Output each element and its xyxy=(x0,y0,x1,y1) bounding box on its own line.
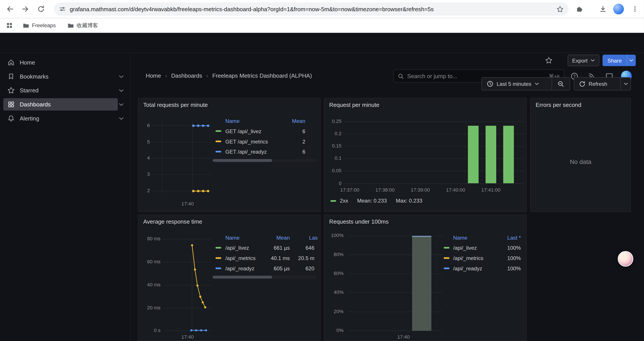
series-name[interactable]: /api/_readyz xyxy=(453,263,482,274)
series-name[interactable]: /api/_livez xyxy=(225,243,249,253)
kebab-menu-icon xyxy=(632,6,638,12)
reload-button[interactable] xyxy=(35,3,47,15)
reload-icon xyxy=(37,5,45,13)
site-info-icon[interactable] xyxy=(59,6,66,12)
url-input[interactable] xyxy=(70,6,552,12)
series-name[interactable]: GET /api/_readyz xyxy=(225,147,267,157)
scrollbar-thumb[interactable] xyxy=(212,276,272,278)
share-button-group: Share xyxy=(602,55,636,66)
bookmark-folder-freeleaps[interactable]: Freeleaps xyxy=(19,21,60,30)
scrollbar-thumb[interactable] xyxy=(212,159,272,162)
no-data-message: No data xyxy=(531,158,630,165)
series-mean: 6 xyxy=(302,126,306,137)
chevron-down-icon[interactable] xyxy=(118,75,124,78)
panel-average-response-time: Average response time 80 ms 60 ms 40 ms … xyxy=(138,214,320,341)
bookmark-label: Freeleaps xyxy=(32,22,56,28)
series-color-swatch xyxy=(444,267,449,269)
favorite-dashboard-button[interactable] xyxy=(545,57,552,66)
panel-title[interactable]: Request per minute xyxy=(329,102,380,108)
browser-profile-avatar[interactable] xyxy=(613,4,624,15)
bookmarks-bar: Freeleaps 收藏博客 xyxy=(0,18,644,33)
legend-column-mean[interactable]: Mean xyxy=(292,116,305,126)
folder-icon xyxy=(22,22,29,29)
panel-title[interactable]: Requests under 100ms xyxy=(329,218,389,225)
chevron-down-icon[interactable] xyxy=(118,117,124,120)
series-last: 20.5 m xyxy=(298,253,314,263)
bar-chart xyxy=(347,234,442,334)
breadcrumb: Home › Dashboards › Freeleaps Metrics Da… xyxy=(146,72,312,79)
bookmark-folder-blogs[interactable]: 收藏博客 xyxy=(64,20,102,31)
star-icon xyxy=(545,57,552,64)
series-color-swatch xyxy=(330,200,336,201)
floating-avatar-button[interactable] xyxy=(618,251,633,267)
browser-window: Freeleaps 收藏博客 Grafana Home › Dashboards… xyxy=(0,0,644,341)
sidebar-item-alerting[interactable]: Alerting xyxy=(3,112,118,124)
series-name[interactable]: /api/_metrics xyxy=(453,253,483,263)
share-button[interactable]: Share xyxy=(602,55,627,66)
timeseries-chart xyxy=(163,237,211,334)
panel-title[interactable]: Errors per second xyxy=(536,102,581,108)
apps-shortcut-button[interactable] xyxy=(4,22,15,29)
legend-column-mean[interactable]: Mean xyxy=(276,233,290,243)
legend-column-name[interactable]: Name xyxy=(225,233,240,243)
breadcrumb-separator: › xyxy=(206,72,208,79)
breadcrumb-home[interactable]: Home xyxy=(146,72,161,79)
clock-icon xyxy=(487,81,494,87)
series-color-swatch xyxy=(444,247,449,248)
legend-scrollbar[interactable] xyxy=(212,276,317,278)
panel-title[interactable]: Total requests per minute xyxy=(143,102,208,108)
panel-title[interactable]: Average response time xyxy=(143,218,202,225)
legend-column-last[interactable]: Last * xyxy=(507,233,521,243)
chevron-down-icon[interactable] xyxy=(118,103,124,106)
downloads-button[interactable] xyxy=(597,3,608,15)
sidebar-item-bookmarks[interactable]: Bookmarks xyxy=(3,70,118,83)
browser-menu-button[interactable] xyxy=(629,3,641,15)
forward-button[interactable] xyxy=(20,3,31,15)
refresh-group: Refresh xyxy=(574,77,631,90)
extensions-button[interactable] xyxy=(574,3,585,15)
mega-menu: Home Bookmarks Starred Dashboards xyxy=(0,53,130,341)
bar-chart xyxy=(344,119,524,187)
legend-row: GET /api/_livez 6 xyxy=(212,126,317,137)
legend-table: Name Last * /api/_livez 100% /api/_metri… xyxy=(444,233,522,280)
series-color-swatch xyxy=(216,267,221,269)
apps-grid-icon xyxy=(6,22,13,29)
time-picker-group: Last 5 minutes xyxy=(481,77,570,90)
sidebar-item-starred[interactable]: Starred xyxy=(3,84,118,97)
breadcrumb-dashboards[interactable]: Dashboards xyxy=(171,72,202,79)
back-button[interactable] xyxy=(4,3,16,15)
zoom-out-time-button[interactable] xyxy=(552,78,570,90)
legend-row: GET /api/_metrics 2 xyxy=(212,137,317,147)
legend-row: /api/_metrics 40.1 ms 20.5 m xyxy=(212,253,317,263)
url-bar[interactable] xyxy=(54,3,568,16)
series-last: 100% xyxy=(507,263,521,274)
series-name[interactable]: GET /api/_metrics xyxy=(225,137,268,147)
refresh-interval-button[interactable] xyxy=(621,78,630,90)
panel-requests-under-100ms: Requests under 100ms 100% 80% 60% 40% 20… xyxy=(324,214,526,341)
legend-column-last[interactable]: Las xyxy=(309,233,318,243)
panel-request-per-minute: Request per minute 0.25 0.2 0.15 0.1 0.0… xyxy=(324,98,526,212)
time-range-picker[interactable]: Last 5 minutes xyxy=(482,78,552,90)
refresh-button[interactable]: Refresh xyxy=(574,78,621,90)
series-color-swatch xyxy=(216,257,221,259)
sidebar-item-home[interactable]: Home xyxy=(3,56,124,69)
series-name[interactable]: /api/_metrics xyxy=(225,253,256,263)
sidebar-item-dashboards[interactable]: Dashboards xyxy=(3,98,118,111)
series-mean: Mean: 0.233 xyxy=(357,198,387,204)
series-name[interactable]: /api/_readyz xyxy=(225,263,254,274)
series-name[interactable]: /api/_livez xyxy=(453,243,477,253)
legend-column-name[interactable]: Name xyxy=(225,116,240,126)
series-last: 100% xyxy=(507,243,521,253)
legend-column-name[interactable]: Name xyxy=(453,233,467,243)
series-color-swatch xyxy=(216,247,221,248)
star-icon xyxy=(8,87,15,94)
series-mean: 6 xyxy=(302,147,306,157)
export-button[interactable]: Export xyxy=(568,55,599,66)
bell-icon xyxy=(8,115,15,122)
series-name[interactable]: GET /api/_livez xyxy=(225,126,262,137)
bookmark-star-icon[interactable] xyxy=(556,6,564,13)
series-name[interactable]: 2xx xyxy=(340,198,348,204)
legend-scrollbar[interactable] xyxy=(212,159,317,162)
chevron-down-icon[interactable] xyxy=(118,89,124,92)
share-menu-button[interactable] xyxy=(627,55,636,66)
